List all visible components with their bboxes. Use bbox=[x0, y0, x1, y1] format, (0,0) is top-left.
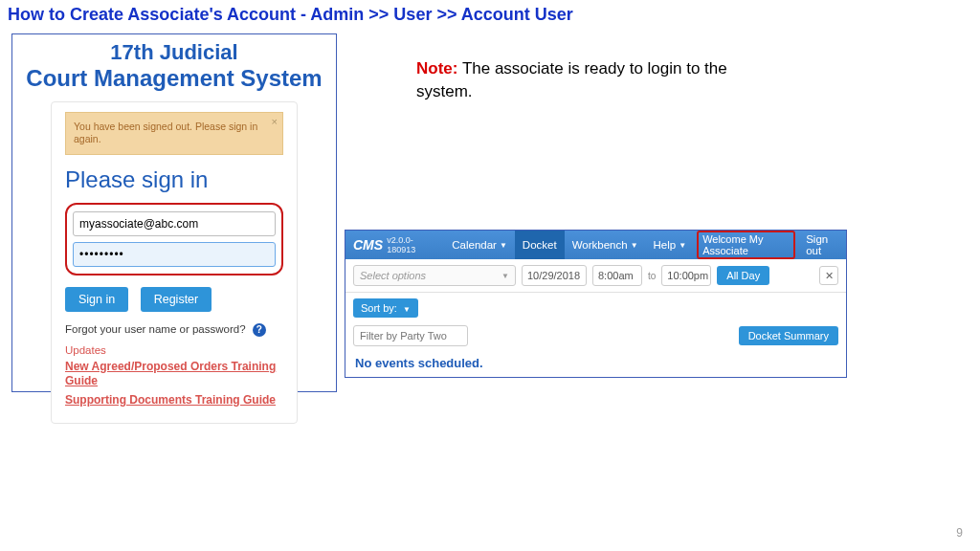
sort-by-button[interactable]: Sort by: ▼ bbox=[353, 298, 418, 318]
nav-help-label: Help bbox=[654, 239, 677, 251]
signout-link[interactable]: Sign out bbox=[798, 231, 846, 259]
select-placeholder: Select options bbox=[360, 270, 426, 281]
filter-summary-row: Docket Summary bbox=[345, 323, 846, 354]
sort-label: Sort by: bbox=[361, 302, 397, 314]
sort-row: Sort by: ▼ bbox=[345, 293, 846, 323]
chevron-down-icon: ▼ bbox=[631, 241, 638, 250]
cms-screenshot: CMS v2.0.0-180913 Calendar ▼ Docket Work… bbox=[345, 230, 847, 378]
time-from-input[interactable]: 8:00am bbox=[592, 265, 642, 286]
email-field[interactable] bbox=[73, 211, 276, 236]
all-day-button[interactable]: All Day bbox=[717, 266, 769, 285]
brand-line2: Court Management System bbox=[12, 65, 336, 92]
signout-alert: You have been signed out. Please sign in… bbox=[65, 112, 283, 154]
page-number: 9 bbox=[956, 526, 963, 540]
close-icon[interactable]: ✕ bbox=[819, 266, 838, 285]
register-button[interactable]: Register bbox=[141, 287, 212, 312]
cms-brand: CMS bbox=[345, 237, 387, 253]
updates-label: Updates bbox=[65, 344, 283, 356]
brand-block: 17th Judicial Court Management System bbox=[12, 34, 336, 92]
guide-link-2[interactable]: Supporting Documents Training Guide bbox=[65, 393, 283, 408]
note-block: Note: The associate is ready to login to… bbox=[416, 57, 761, 103]
no-events-text: No events scheduled. bbox=[345, 354, 846, 378]
alert-text: You have been signed out. Please sign in… bbox=[74, 121, 257, 144]
chevron-down-icon: ▼ bbox=[403, 305, 411, 314]
nav-calendar[interactable]: Calendar ▼ bbox=[444, 231, 515, 259]
page-title: How to Create Associate's Account - Admi… bbox=[8, 5, 573, 25]
welcome-highlight: Welcome My Associate bbox=[697, 231, 795, 259]
chevron-down-icon: ▼ bbox=[501, 272, 509, 280]
to-label: to bbox=[648, 271, 656, 281]
time-to-input[interactable]: 10:00pm bbox=[661, 265, 711, 286]
filter-party-input[interactable] bbox=[353, 325, 468, 346]
password-field[interactable] bbox=[73, 242, 276, 267]
note-body: The associate is ready to login to the s… bbox=[416, 59, 727, 100]
credential-highlight bbox=[65, 203, 283, 276]
help-icon[interactable]: ? bbox=[253, 323, 266, 337]
filter-row: Select options ▼ 10/29/2018 8:00am to 10… bbox=[345, 259, 846, 293]
chevron-down-icon: ▼ bbox=[679, 241, 686, 250]
select-options-dropdown[interactable]: Select options ▼ bbox=[353, 265, 516, 286]
cms-navbar: CMS v2.0.0-180913 Calendar ▼ Docket Work… bbox=[345, 231, 846, 259]
signin-heading: Please sign in bbox=[65, 166, 283, 193]
nav-help[interactable]: Help ▼ bbox=[646, 231, 695, 259]
close-icon[interactable]: × bbox=[272, 116, 278, 129]
chevron-down-icon: ▼ bbox=[500, 241, 507, 250]
forgot-row: Forgot your user name or password? ? bbox=[65, 323, 283, 337]
nav-workbench-label: Workbench bbox=[572, 239, 628, 251]
cms-version: v2.0.0-180913 bbox=[387, 235, 431, 254]
brand-line1: 17th Judicial bbox=[12, 40, 336, 65]
nav-workbench[interactable]: Workbench ▼ bbox=[565, 231, 646, 259]
note-label: Note: bbox=[416, 59, 457, 77]
nav-docket[interactable]: Docket bbox=[515, 231, 565, 259]
nav-docket-label: Docket bbox=[523, 239, 557, 251]
forgot-text[interactable]: Forgot your user name or password? bbox=[65, 323, 246, 335]
date-input[interactable]: 10/29/2018 bbox=[522, 265, 587, 286]
nav-calendar-label: Calendar bbox=[452, 239, 497, 251]
login-card: You have been signed out. Please sign in… bbox=[51, 101, 298, 424]
login-screenshot: 17th Judicial Court Management System Yo… bbox=[11, 33, 337, 392]
docket-summary-button[interactable]: Docket Summary bbox=[739, 326, 838, 345]
signin-button[interactable]: Sign in bbox=[65, 287, 128, 312]
guide-link-1[interactable]: New Agreed/Proposed Orders Training Guid… bbox=[65, 360, 283, 389]
